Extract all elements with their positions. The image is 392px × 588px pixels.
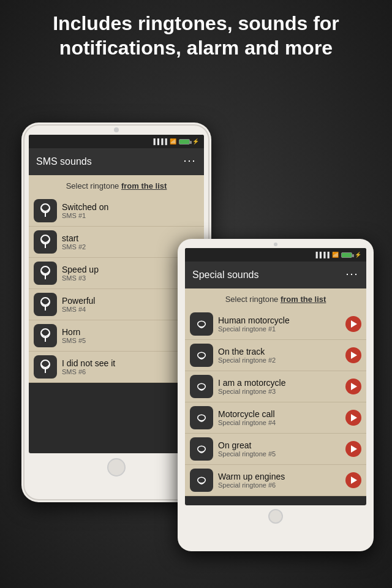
item-text: On the track Special ringtone #2 xyxy=(218,347,341,364)
play-button[interactable] xyxy=(345,472,361,488)
tablet-small: ▐▐▐▐ 📶 ⚡ Special sounds ⋮ Select rington… xyxy=(178,239,374,551)
camera-large xyxy=(114,127,119,132)
item-icon xyxy=(190,406,213,429)
home-button-large[interactable] xyxy=(107,458,126,477)
list-item[interactable]: I am a motorcycle Special ringtone #3 xyxy=(185,371,366,402)
battery-icon-sm xyxy=(341,252,352,258)
play-icon xyxy=(351,414,357,421)
app-title-large: SMS sounds xyxy=(36,156,92,167)
app-bar-small: Special sounds ⋮ xyxy=(185,262,366,288)
charge-icon: ⚡ xyxy=(192,138,199,145)
wifi-icon: 📶 xyxy=(170,138,176,145)
item-text: Warm up engines Special ringtone #6 xyxy=(218,472,341,489)
item-sub: Special ringtone #2 xyxy=(218,356,341,364)
item-name: On the track xyxy=(218,347,341,356)
item-name: Switched on xyxy=(62,202,199,212)
more-menu-large[interactable]: ⋮ xyxy=(183,155,197,168)
app-title-small: Special sounds xyxy=(192,270,259,281)
screen-small: ▐▐▐▐ 📶 ⚡ Special sounds ⋮ Select rington… xyxy=(185,248,366,505)
item-icon xyxy=(190,437,213,461)
item-sub: Special ringtone #3 xyxy=(218,388,341,395)
app-bar-large: SMS sounds ⋮ xyxy=(29,148,204,175)
play-icon xyxy=(351,477,357,484)
item-name: start xyxy=(62,233,199,243)
play-icon xyxy=(351,320,357,328)
item-name: Warm up engines xyxy=(218,472,341,481)
headline-line1: Includes ringtones, sounds for xyxy=(53,12,339,34)
play-icon xyxy=(351,352,357,359)
item-text: Switched on SMS #1 xyxy=(62,202,199,219)
play-button[interactable] xyxy=(345,347,361,363)
item-sub: Special ringtone #4 xyxy=(218,419,341,426)
list-area-small: Select ringtone from the list Human moto… xyxy=(185,288,366,496)
svg-point-4 xyxy=(41,266,50,275)
list-item[interactable]: Warm up engines Special ringtone #6 xyxy=(185,465,366,496)
play-button[interactable] xyxy=(345,316,361,332)
item-icon xyxy=(34,293,57,316)
item-icon xyxy=(34,324,57,347)
list-header-small: Select ringtone from the list xyxy=(185,288,366,309)
signal-icon-sm: ▐▐▐▐ xyxy=(314,252,330,258)
list-item[interactable]: Switched on SMS #1 xyxy=(29,195,204,227)
svg-point-2 xyxy=(41,235,50,244)
charge-icon-sm: ⚡ xyxy=(355,252,361,258)
item-sub: Special ringtone #1 xyxy=(218,325,341,333)
item-text: I am a motorcycle Special ringtone #3 xyxy=(218,378,341,395)
item-text: Motorcycle call Special ringtone #4 xyxy=(218,409,341,426)
item-icon xyxy=(190,375,213,398)
list-item[interactable]: On the track Special ringtone #2 xyxy=(185,340,366,371)
item-icon xyxy=(190,344,213,367)
home-button-small[interactable] xyxy=(268,509,283,524)
play-icon xyxy=(351,445,357,453)
camera-small xyxy=(274,243,277,246)
item-name: I am a motorcycle xyxy=(218,378,341,388)
more-menu-small[interactable]: ⋮ xyxy=(345,268,360,282)
item-name: Motorcycle call xyxy=(218,409,341,419)
status-bar-small: ▐▐▐▐ 📶 ⚡ xyxy=(185,248,366,262)
headline-line2: notifications, alarm and more xyxy=(59,37,333,59)
play-button[interactable] xyxy=(345,410,361,426)
svg-point-6 xyxy=(41,298,50,306)
item-text: On great Special ringtone #5 xyxy=(218,440,341,458)
list-item[interactable]: On great Special ringtone #5 xyxy=(185,434,366,465)
item-icon xyxy=(34,230,57,254)
item-text: Human motorcycle Special ringtone #1 xyxy=(218,315,341,333)
item-icon xyxy=(190,312,213,336)
list-header-bold-sm: from the list xyxy=(281,295,326,304)
signal-icon: ▐▐▐▐ xyxy=(151,138,167,145)
item-name: On great xyxy=(218,440,341,450)
item-name: Human motorcycle xyxy=(218,315,341,325)
battery-icon xyxy=(179,139,190,145)
list-item[interactable]: Human motorcycle Special ringtone #1 xyxy=(185,309,366,340)
list-item[interactable]: Motorcycle call Special ringtone #4 xyxy=(185,402,366,434)
item-icon xyxy=(34,262,57,285)
play-button[interactable] xyxy=(345,441,361,457)
item-sub: Special ringtone #6 xyxy=(218,481,341,489)
svg-point-8 xyxy=(41,329,50,337)
item-icon xyxy=(34,355,57,379)
wifi-icon-sm: 📶 xyxy=(332,252,339,258)
play-button[interactable] xyxy=(345,379,361,394)
item-sub: Special ringtone #5 xyxy=(218,450,341,458)
item-icon xyxy=(190,469,213,492)
item-icon xyxy=(34,199,57,222)
status-bar-large: ▐▐▐▐ 📶 ⚡ xyxy=(29,135,204,148)
item-sub: SMS #1 xyxy=(62,212,199,219)
list-header-bold: from the list xyxy=(121,181,167,190)
list-header-large: Select ringtone from the list xyxy=(29,175,204,195)
play-icon xyxy=(351,383,357,390)
headline: Includes ringtones, sounds for notificat… xyxy=(0,11,392,60)
svg-point-10 xyxy=(41,360,50,369)
svg-point-0 xyxy=(41,204,50,213)
